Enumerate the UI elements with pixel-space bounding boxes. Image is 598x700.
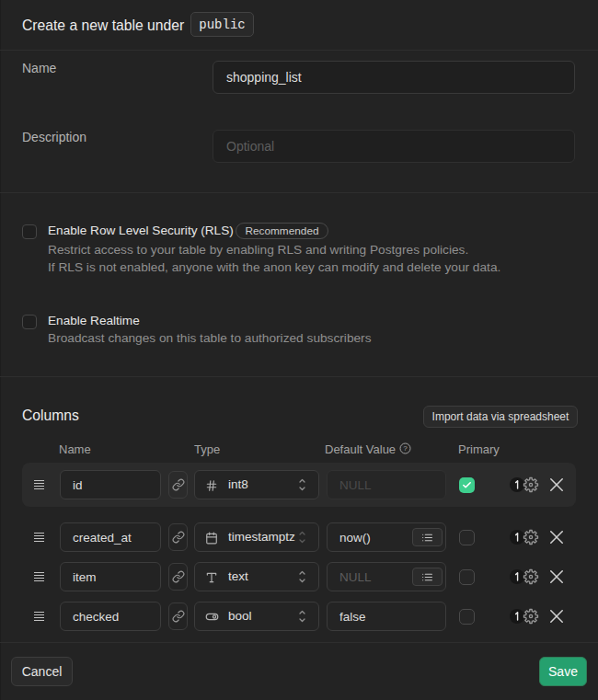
svg-text:?: ?: [403, 444, 408, 453]
